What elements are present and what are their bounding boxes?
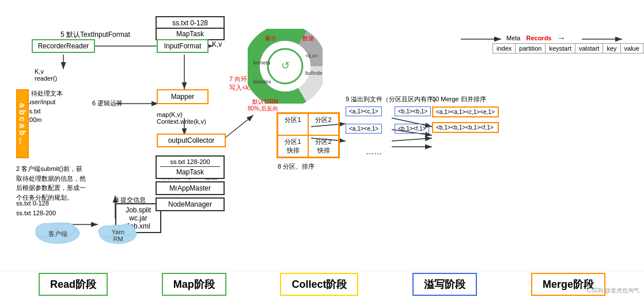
nodemanager-box: NodeManager (156, 197, 225, 211)
meta-records-table: index partition keystart valstart key va… (493, 43, 644, 54)
partition-grid-box: 分区1 分区2 分区1快排 分区2快排 (276, 112, 340, 158)
stage-bar: Read阶段 Map阶段 Collect阶段 溢写阶段 Merge阶段 (0, 271, 644, 297)
col-partition: partition (516, 44, 545, 54)
partition-cell-2: 分区2 (308, 113, 339, 135)
mapper-box: Mapper (157, 89, 209, 104)
sstxt-128200-box: ss.txt 128-200 MapTask (156, 155, 225, 179)
col-value: value (620, 44, 643, 54)
ring-buffer-donut: ↺ 索引 kvmeta kvindex 数据 <k,v> bufindex (248, 29, 323, 105)
svg-text:kvindex: kvindex (253, 79, 271, 85)
stage-map: Map阶段 (162, 273, 226, 296)
partition-cell-1: 分区1 (278, 113, 308, 135)
svg-text:RM: RM (113, 235, 123, 242)
svg-text:bufindex: bufindex (305, 70, 323, 76)
col-keystart: keystart (545, 44, 575, 54)
client-cloud: 客户端 (32, 213, 84, 246)
step1-label: 1 待处理文本 /user/input ss.txt 200m (26, 89, 63, 125)
svg-text:↺: ↺ (281, 60, 290, 71)
meta-records-table-container: index partition keystart valstart key va… (493, 43, 644, 54)
svg-text:客户端: 客户端 (48, 230, 67, 237)
col-key: key (603, 44, 620, 54)
percent-80-label: 80%,后反向 (248, 105, 278, 113)
step8-label: 8 分区、排序 (278, 162, 315, 171)
svg-text:Yarn: Yarn (112, 229, 124, 235)
kv-label: K,v (212, 40, 222, 48)
svg-text:索引: 索引 (265, 35, 276, 41)
col-valstart: valstart (575, 44, 603, 54)
step9-label: 9 溢出到文件（分区且区内有序） (346, 95, 440, 104)
step2-label: 2 客户端submit()前，获 取待处理数据的信息，然 后根据参数配置，形成一… (16, 164, 131, 202)
partition-cell-3: 分区1快排 (278, 135, 308, 157)
watermark: CSDN @老虎也淘气 (587, 287, 639, 295)
step10-label: 10 Merge 归并排序 (432, 95, 486, 104)
merge-results: <a,1><a,1><c,1><e,1> <b,1><b,1><b,1><f,1… (432, 106, 499, 133)
map-context-label: map(K,v) Context.write(k,v) (157, 111, 206, 125)
maptask1-box: MapTask (156, 28, 225, 40)
yarn-rm-cloud: Yarn RM (95, 216, 141, 246)
svg-text:kvmeta: kvmeta (253, 60, 270, 66)
stage-collect: Collect阶段 (280, 273, 358, 296)
svg-line-15 (392, 138, 432, 141)
mrappmster-box: MrAppMaster (156, 181, 225, 195)
stage-spill: 溢写阶段 (412, 273, 477, 296)
output-collector-box: outputCollector (157, 134, 226, 147)
diagram-area: 5 默认TextInputFormat ss.txt 0-128 MapTask… (0, 0, 644, 271)
meta-records-header: ← Meta Records → (493, 33, 566, 43)
col-index: index (493, 44, 516, 54)
step6-label: 6 逻辑运算 (92, 99, 123, 108)
svg-text:<k,v>: <k,v> (305, 53, 318, 59)
svg-text:数据: 数据 (302, 35, 314, 41)
partition-cell-4: 分区2快排 (308, 135, 339, 157)
step5-label: 5 默认TextInputFormat (60, 30, 130, 40)
kv-reader-label: K,v reader() (35, 68, 57, 82)
recorder-reader-box: RecorderReader (32, 39, 95, 53)
stage-read: Read阶段 (39, 273, 108, 296)
vertical-chars-block: a b c a b ... (16, 89, 29, 158)
inputformat-box: InputFormat (157, 39, 209, 53)
